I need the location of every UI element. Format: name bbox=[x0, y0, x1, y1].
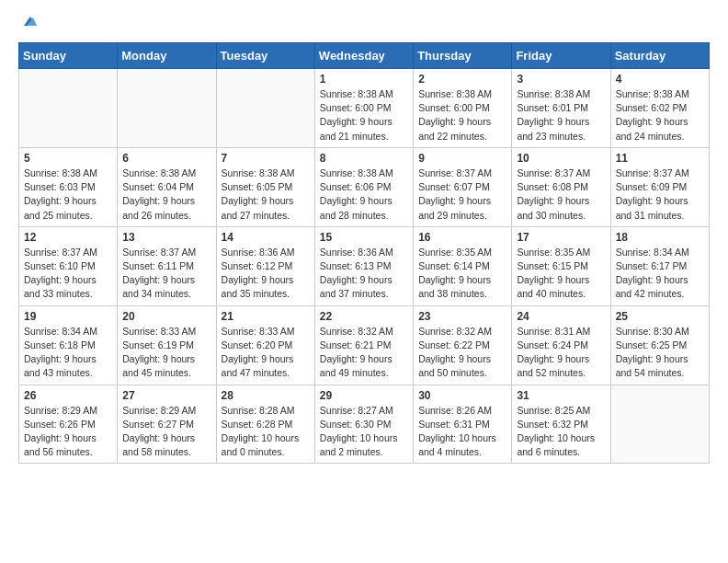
day-info: Sunrise: 8:33 AM Sunset: 6:19 PM Dayligh… bbox=[122, 325, 210, 381]
calendar-cell: 2Sunrise: 8:38 AM Sunset: 6:00 PM Daylig… bbox=[414, 69, 512, 148]
calendar-cell: 30Sunrise: 8:26 AM Sunset: 6:31 PM Dayli… bbox=[414, 385, 512, 464]
calendar-cell bbox=[118, 69, 216, 148]
day-info: Sunrise: 8:38 AM Sunset: 6:03 PM Dayligh… bbox=[24, 167, 112, 223]
day-number: 5 bbox=[24, 152, 112, 165]
calendar-cell: 25Sunrise: 8:30 AM Sunset: 6:25 PM Dayli… bbox=[610, 305, 709, 385]
day-number: 1 bbox=[320, 73, 408, 86]
day-info: Sunrise: 8:36 AM Sunset: 6:13 PM Dayligh… bbox=[320, 246, 408, 302]
calendar-cell: 3Sunrise: 8:38 AM Sunset: 6:01 PM Daylig… bbox=[512, 69, 610, 148]
calendar-cell: 12Sunrise: 8:37 AM Sunset: 6:10 PM Dayli… bbox=[19, 226, 118, 305]
calendar-cell: 4Sunrise: 8:38 AM Sunset: 6:02 PM Daylig… bbox=[610, 69, 709, 148]
day-number: 27 bbox=[122, 389, 210, 402]
day-number: 16 bbox=[418, 231, 506, 244]
calendar-cell: 18Sunrise: 8:34 AM Sunset: 6:17 PM Dayli… bbox=[610, 226, 709, 305]
day-info: Sunrise: 8:38 AM Sunset: 6:01 PM Dayligh… bbox=[517, 87, 605, 144]
calendar-week-row: 5Sunrise: 8:38 AM Sunset: 6:03 PM Daylig… bbox=[19, 147, 710, 226]
day-info: Sunrise: 8:37 AM Sunset: 6:11 PM Dayligh… bbox=[122, 246, 210, 302]
calendar-cell bbox=[216, 69, 314, 148]
day-number: 10 bbox=[517, 152, 605, 165]
calendar-cell: 23Sunrise: 8:32 AM Sunset: 6:22 PM Dayli… bbox=[414, 305, 512, 385]
calendar-cell: 29Sunrise: 8:27 AM Sunset: 6:30 PM Dayli… bbox=[314, 385, 413, 464]
day-info: Sunrise: 8:27 AM Sunset: 6:30 PM Dayligh… bbox=[320, 404, 408, 460]
calendar-cell: 24Sunrise: 8:31 AM Sunset: 6:24 PM Dayli… bbox=[512, 305, 610, 385]
day-info: Sunrise: 8:29 AM Sunset: 6:26 PM Dayligh… bbox=[24, 404, 112, 460]
day-number: 3 bbox=[517, 73, 605, 86]
day-info: Sunrise: 8:38 AM Sunset: 6:00 PM Dayligh… bbox=[418, 87, 506, 144]
day-number: 19 bbox=[24, 310, 112, 323]
day-info: Sunrise: 8:36 AM Sunset: 6:12 PM Dayligh… bbox=[222, 246, 310, 302]
calendar-cell: 31Sunrise: 8:25 AM Sunset: 6:32 PM Dayli… bbox=[512, 385, 610, 464]
day-number: 25 bbox=[616, 310, 704, 323]
day-of-week-header: Saturday bbox=[610, 43, 709, 69]
day-info: Sunrise: 8:32 AM Sunset: 6:21 PM Dayligh… bbox=[320, 325, 408, 381]
day-info: Sunrise: 8:38 AM Sunset: 6:02 PM Dayligh… bbox=[616, 87, 704, 144]
calendar-cell: 17Sunrise: 8:35 AM Sunset: 6:15 PM Dayli… bbox=[512, 226, 610, 305]
day-number: 6 bbox=[122, 152, 210, 165]
day-of-week-header: Thursday bbox=[414, 43, 512, 69]
day-info: Sunrise: 8:37 AM Sunset: 6:09 PM Dayligh… bbox=[616, 167, 704, 223]
calendar-cell: 21Sunrise: 8:33 AM Sunset: 6:20 PM Dayli… bbox=[216, 305, 314, 385]
calendar-week-row: 1Sunrise: 8:38 AM Sunset: 6:00 PM Daylig… bbox=[19, 69, 710, 148]
day-info: Sunrise: 8:38 AM Sunset: 6:05 PM Dayligh… bbox=[222, 167, 310, 223]
header bbox=[18, 15, 710, 33]
day-number: 20 bbox=[122, 310, 210, 323]
day-info: Sunrise: 8:38 AM Sunset: 6:04 PM Dayligh… bbox=[122, 167, 210, 223]
day-number: 13 bbox=[122, 231, 210, 244]
calendar-cell: 6Sunrise: 8:38 AM Sunset: 6:04 PM Daylig… bbox=[118, 147, 216, 226]
calendar-cell: 10Sunrise: 8:37 AM Sunset: 6:08 PM Dayli… bbox=[512, 147, 610, 226]
day-info: Sunrise: 8:35 AM Sunset: 6:14 PM Dayligh… bbox=[418, 246, 506, 302]
day-number: 18 bbox=[616, 231, 704, 244]
day-info: Sunrise: 8:35 AM Sunset: 6:15 PM Dayligh… bbox=[517, 246, 605, 302]
day-number: 12 bbox=[24, 231, 112, 244]
day-info: Sunrise: 8:31 AM Sunset: 6:24 PM Dayligh… bbox=[517, 325, 605, 381]
day-number: 23 bbox=[418, 310, 506, 323]
day-number: 14 bbox=[222, 231, 310, 244]
logo-icon bbox=[20, 13, 40, 33]
calendar-cell bbox=[610, 385, 709, 464]
calendar-week-row: 12Sunrise: 8:37 AM Sunset: 6:10 PM Dayli… bbox=[19, 226, 710, 305]
calendar-cell: 27Sunrise: 8:29 AM Sunset: 6:27 PM Dayli… bbox=[118, 385, 216, 464]
day-info: Sunrise: 8:32 AM Sunset: 6:22 PM Dayligh… bbox=[418, 325, 506, 381]
logo bbox=[18, 15, 40, 33]
day-number: 9 bbox=[418, 152, 506, 165]
day-info: Sunrise: 8:37 AM Sunset: 6:07 PM Dayligh… bbox=[418, 167, 506, 223]
day-info: Sunrise: 8:29 AM Sunset: 6:27 PM Dayligh… bbox=[122, 404, 210, 460]
day-of-week-header: Tuesday bbox=[216, 43, 314, 69]
calendar-cell: 14Sunrise: 8:36 AM Sunset: 6:12 PM Dayli… bbox=[216, 226, 314, 305]
day-number: 15 bbox=[320, 231, 408, 244]
calendar-cell: 28Sunrise: 8:28 AM Sunset: 6:28 PM Dayli… bbox=[216, 385, 314, 464]
day-number: 26 bbox=[24, 389, 112, 402]
day-number: 29 bbox=[320, 389, 408, 402]
day-of-week-header: Friday bbox=[512, 43, 610, 69]
day-number: 30 bbox=[418, 389, 506, 402]
calendar-cell bbox=[19, 69, 118, 148]
day-info: Sunrise: 8:37 AM Sunset: 6:10 PM Dayligh… bbox=[24, 246, 112, 302]
day-number: 8 bbox=[320, 152, 408, 165]
day-number: 28 bbox=[222, 389, 310, 402]
day-number: 17 bbox=[517, 231, 605, 244]
day-info: Sunrise: 8:38 AM Sunset: 6:06 PM Dayligh… bbox=[320, 167, 408, 223]
day-number: 24 bbox=[517, 310, 605, 323]
calendar-cell: 11Sunrise: 8:37 AM Sunset: 6:09 PM Dayli… bbox=[610, 147, 709, 226]
day-number: 22 bbox=[320, 310, 408, 323]
calendar-week-row: 26Sunrise: 8:29 AM Sunset: 6:26 PM Dayli… bbox=[19, 385, 710, 464]
day-info: Sunrise: 8:37 AM Sunset: 6:08 PM Dayligh… bbox=[517, 167, 605, 223]
calendar: SundayMondayTuesdayWednesdayThursdayFrid… bbox=[18, 42, 710, 464]
calendar-cell: 5Sunrise: 8:38 AM Sunset: 6:03 PM Daylig… bbox=[19, 147, 118, 226]
calendar-cell: 1Sunrise: 8:38 AM Sunset: 6:00 PM Daylig… bbox=[314, 69, 413, 148]
day-of-week-header: Wednesday bbox=[314, 43, 413, 69]
day-info: Sunrise: 8:34 AM Sunset: 6:17 PM Dayligh… bbox=[616, 246, 704, 302]
calendar-cell: 20Sunrise: 8:33 AM Sunset: 6:19 PM Dayli… bbox=[118, 305, 216, 385]
calendar-cell: 15Sunrise: 8:36 AM Sunset: 6:13 PM Dayli… bbox=[314, 226, 413, 305]
calendar-header-row: SundayMondayTuesdayWednesdayThursdayFrid… bbox=[19, 43, 710, 69]
day-info: Sunrise: 8:30 AM Sunset: 6:25 PM Dayligh… bbox=[616, 325, 704, 381]
calendar-cell: 7Sunrise: 8:38 AM Sunset: 6:05 PM Daylig… bbox=[216, 147, 314, 226]
calendar-cell: 13Sunrise: 8:37 AM Sunset: 6:11 PM Dayli… bbox=[118, 226, 216, 305]
day-number: 4 bbox=[616, 73, 704, 86]
day-number: 2 bbox=[418, 73, 506, 86]
day-info: Sunrise: 8:28 AM Sunset: 6:28 PM Dayligh… bbox=[222, 404, 310, 460]
calendar-cell: 19Sunrise: 8:34 AM Sunset: 6:18 PM Dayli… bbox=[19, 305, 118, 385]
day-info: Sunrise: 8:26 AM Sunset: 6:31 PM Dayligh… bbox=[418, 404, 506, 460]
calendar-cell: 22Sunrise: 8:32 AM Sunset: 6:21 PM Dayli… bbox=[314, 305, 413, 385]
calendar-cell: 9Sunrise: 8:37 AM Sunset: 6:07 PM Daylig… bbox=[414, 147, 512, 226]
